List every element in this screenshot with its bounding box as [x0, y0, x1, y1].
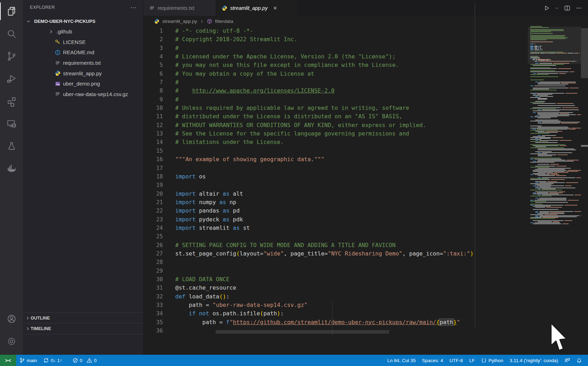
minimap[interactable] [530, 26, 581, 225]
code-line[interactable]: 21import numpy as np [144, 198, 588, 207]
extensions-icon[interactable] [0, 90, 23, 113]
status-utf-8[interactable]: UTF-8 [446, 355, 466, 366]
line-number[interactable]: 32 [144, 292, 163, 301]
file-item-streamlit-app-py[interactable]: streamlit_app.py [23, 68, 143, 78]
code-line[interactable]: 14# limitations under the License. [144, 138, 588, 146]
line-number[interactable]: 16 [144, 155, 163, 164]
line-number[interactable]: 33 [144, 301, 163, 309]
code-line[interactable]: 2# Copyright 2018-2022 Streamlit Inc. [144, 35, 588, 44]
line-number[interactable]: 8 [144, 87, 163, 95]
line-number[interactable]: 24 [144, 224, 163, 232]
status-feedback[interactable] [561, 355, 573, 366]
code-line[interactable]: 24import streamlit as st [144, 224, 588, 232]
code-line[interactable]: 28 [144, 258, 588, 266]
code-line[interactable]: 8# http://www.apache.org/licenses/LICENS… [144, 87, 588, 95]
run-icon[interactable] [543, 5, 550, 12]
line-number[interactable]: 25 [144, 232, 163, 241]
line-number[interactable]: 34 [144, 309, 163, 318]
file-item-requirements-txt[interactable]: requirements.txt [23, 58, 143, 68]
line-number[interactable]: 36 [144, 327, 163, 335]
line-number[interactable]: 29 [144, 267, 163, 275]
code-line[interactable]: 34 if not os.path.isfile(path): [144, 309, 588, 318]
status-spaces-4[interactable]: Spaces: 4 [419, 355, 446, 366]
tab-requirements-txt[interactable]: requirements.txt [144, 0, 216, 16]
code-line[interactable]: 5# you may not use this file except in c… [144, 61, 588, 69]
line-number[interactable]: 4 [144, 52, 163, 61]
line-number[interactable]: 9 [144, 95, 163, 104]
code-editor[interactable]: 1# -*- coding: utf-8 -*-2# Copyright 201… [144, 27, 588, 335]
status-warning[interactable]: 0 [84, 355, 99, 366]
run-debug-icon[interactable] [0, 68, 23, 90]
docker-icon[interactable] [0, 158, 23, 180]
line-number[interactable]: 2 [144, 35, 163, 44]
line-number[interactable]: 15 [144, 147, 163, 155]
code-line[interactable]: 30# LOAD DATA ONCE [144, 275, 588, 284]
line-number[interactable]: 1 [144, 27, 163, 35]
code-line[interactable]: 3# [144, 44, 588, 52]
code-line[interactable]: 33 path = "uber-raw-data-sep14.csv.gz" [144, 301, 588, 309]
testing-icon[interactable] [0, 135, 23, 158]
timeline-section[interactable]: TIMELINE [23, 323, 143, 334]
file-item-uber-raw-data-sep14-csv-gz[interactable]: uber-raw-data-sep14.csv.gz [23, 89, 143, 100]
split-editor-icon[interactable] [564, 5, 571, 12]
code-line[interactable]: 1# -*- coding: utf-8 -*- [144, 27, 588, 35]
code-line[interactable]: 9# [144, 95, 588, 104]
accounts-icon[interactable] [0, 308, 23, 330]
code-line[interactable]: 19 [144, 181, 588, 189]
line-number[interactable]: 28 [144, 258, 163, 266]
code-line[interactable]: 12# WITHOUT WARRANTIES OR CONDITIONS OF … [144, 121, 588, 130]
code-line[interactable]: 7# [144, 78, 588, 87]
line-number[interactable]: 30 [144, 275, 163, 284]
line-number[interactable]: 7 [144, 78, 163, 87]
breadcrumb-item[interactable]: filterdata [215, 19, 233, 24]
line-number[interactable]: 21 [144, 198, 163, 207]
search-icon[interactable] [0, 23, 23, 45]
status-ln-84-col-35[interactable]: Ln 84, Col 35 [384, 355, 419, 366]
explorer-icon[interactable] [0, 0, 23, 23]
code-line[interactable]: 15 [144, 147, 588, 155]
status-branch[interactable]: main [16, 355, 40, 366]
code-line[interactable]: 18import os [144, 172, 588, 181]
file-item--github[interactable]: .github [23, 26, 143, 37]
code-line[interactable]: 23import pydeck as pdk [144, 215, 588, 224]
close-icon[interactable]: × [272, 5, 278, 11]
vertical-scrollbar-thumb[interactable] [581, 28, 588, 78]
project-root-folder[interactable]: DEMO-UBER-NYC-PICKUPS [23, 16, 143, 26]
code-line[interactable]: 11# distributed under the License is dis… [144, 112, 588, 121]
line-number[interactable]: 35 [144, 318, 163, 327]
code-line[interactable]: 32def load_data(): [144, 292, 588, 301]
line-number[interactable]: 11 [144, 112, 163, 121]
line-number[interactable]: 20 [144, 190, 163, 198]
code-line[interactable]: 22import pandas as pd [144, 207, 588, 215]
breadcrumb[interactable]: streamlit_app.pyfilterdata [144, 16, 588, 27]
code-line[interactable]: 10# Unless required by applicable law or… [144, 104, 588, 112]
outline-section[interactable]: OUTLINE [23, 313, 143, 323]
code-line[interactable]: 25 [144, 232, 588, 241]
status-error[interactable]: 0 [70, 355, 85, 366]
more-actions-icon[interactable] [575, 5, 582, 12]
line-number[interactable]: 6 [144, 70, 163, 78]
remote-explorer-icon[interactable] [0, 113, 23, 135]
code-line[interactable]: 13# See the License for the specific lan… [144, 130, 588, 138]
breadcrumb-item[interactable]: streamlit_app.py [162, 19, 197, 24]
line-number[interactable]: 17 [144, 164, 163, 172]
line-number[interactable]: 14 [144, 138, 163, 146]
line-number[interactable]: 27 [144, 250, 163, 258]
line-number[interactable]: 31 [144, 284, 163, 292]
code-line[interactable]: 20import altair as alt [144, 190, 588, 198]
tab-streamlit-app-py[interactable]: streamlit_app.py× [216, 0, 298, 16]
code-line[interactable]: 16"""An example of showing geographic da… [144, 155, 588, 164]
line-number[interactable]: 10 [144, 104, 163, 112]
code-line[interactable]: 6# You may obtain a copy of the License … [144, 70, 588, 78]
run-dropdown-icon[interactable] [555, 5, 559, 12]
code-line[interactable]: 31@st.cache_resource [144, 284, 588, 292]
line-number[interactable]: 26 [144, 241, 163, 250]
code-line[interactable]: 17 [144, 164, 588, 172]
source-control-icon[interactable] [0, 45, 23, 68]
remote-indicator[interactable]: >< [0, 355, 16, 366]
code-line[interactable]: 26# SETTING PAGE CONFIG TO WIDE MODE AND… [144, 241, 588, 250]
line-number[interactable]: 13 [144, 130, 163, 138]
file-item-uber-demo-png[interactable]: uber_demo.png [23, 78, 143, 89]
status-bell[interactable] [573, 355, 585, 366]
line-number[interactable]: 18 [144, 172, 163, 181]
